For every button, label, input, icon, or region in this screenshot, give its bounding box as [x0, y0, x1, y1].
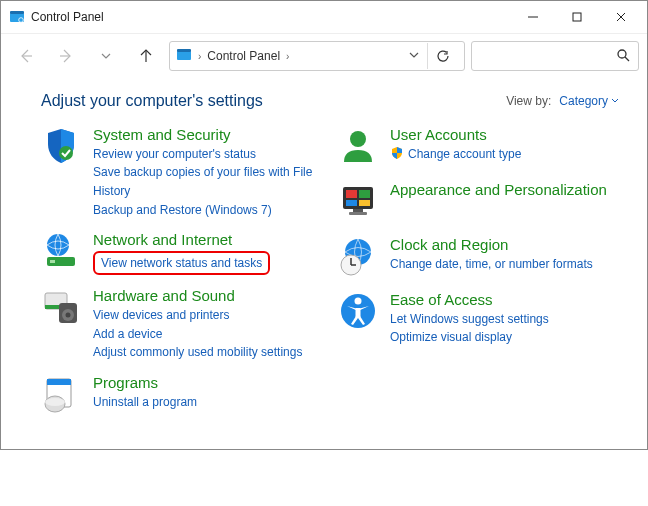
category-user-accounts: User Accounts Change account type	[338, 126, 619, 169]
svg-rect-41	[356, 308, 361, 317]
task-link[interactable]: Backup and Restore (Windows 7)	[93, 201, 322, 220]
task-link[interactable]: Add a device	[93, 325, 302, 344]
svg-rect-11	[177, 49, 191, 52]
breadcrumb[interactable]: Control Panel	[207, 49, 280, 63]
category-appearance-personalization: Appearance and Personalization	[338, 181, 619, 224]
address-dropdown[interactable]	[409, 49, 419, 63]
address-bar[interactable]: › Control Panel ›	[169, 41, 465, 71]
task-link[interactable]: Review your computer's status	[93, 145, 322, 164]
category-hardware-sound: Hardware and Sound View devices and prin…	[41, 287, 322, 362]
left-column: System and Security Review your computer…	[41, 126, 322, 429]
back-button[interactable]	[9, 41, 43, 71]
accessibility-icon	[338, 291, 378, 347]
window-icon	[9, 9, 25, 25]
svg-rect-4	[573, 13, 581, 21]
programs-icon	[41, 374, 81, 417]
search-icon	[616, 48, 630, 65]
task-link[interactable]: Uninstall a program	[93, 393, 197, 412]
network-icon	[41, 231, 81, 275]
svg-point-12	[618, 50, 626, 58]
svg-rect-17	[50, 260, 55, 263]
navbar: › Control Panel ›	[1, 34, 647, 78]
recent-dropdown[interactable]	[89, 41, 123, 71]
svg-point-27	[350, 131, 366, 147]
category-clock-region: Clock and Region Change date, time, or n…	[338, 236, 619, 279]
task-link[interactable]: Change account type	[408, 145, 521, 164]
svg-rect-30	[359, 190, 370, 198]
svg-point-26	[45, 398, 65, 406]
task-link-highlighted[interactable]: View network status and tasks	[93, 251, 270, 276]
svg-point-2	[19, 18, 24, 23]
svg-point-40	[355, 298, 362, 305]
category-link[interactable]: User Accounts	[390, 126, 521, 145]
refresh-button[interactable]	[427, 43, 458, 69]
category-network-internet: Network and Internet View network status…	[41, 231, 322, 275]
window-title: Control Panel	[31, 10, 104, 24]
view-by-label: View by:	[506, 94, 551, 108]
svg-rect-10	[177, 51, 191, 60]
task-link[interactable]: View devices and printers	[93, 306, 302, 325]
svg-rect-32	[359, 200, 370, 206]
hardware-icon	[41, 287, 81, 362]
user-icon	[338, 126, 378, 169]
up-button[interactable]	[129, 41, 163, 71]
category-system-security: System and Security Review your computer…	[41, 126, 322, 219]
category-link[interactable]: Appearance and Personalization	[390, 181, 607, 200]
category-link[interactable]: Ease of Access	[390, 291, 549, 310]
task-link[interactable]: Let Windows suggest settings	[390, 310, 549, 329]
svg-rect-1	[10, 11, 24, 14]
right-column: User Accounts Change account type	[338, 126, 619, 429]
category-link[interactable]: Clock and Region	[390, 236, 593, 255]
forward-button[interactable]	[49, 41, 83, 71]
control-panel-window: Control Panel › C	[0, 0, 648, 450]
svg-rect-29	[346, 190, 357, 198]
svg-rect-24	[47, 379, 71, 385]
address-icon	[176, 47, 192, 66]
task-link[interactable]: Adjust commonly used mobility settings	[93, 343, 302, 362]
view-by-control: View by: Category	[506, 94, 619, 108]
search-input[interactable]	[471, 41, 639, 71]
svg-point-22	[66, 313, 71, 318]
svg-line-13	[625, 57, 629, 61]
svg-rect-31	[346, 200, 357, 206]
content-area: Adjust your computer's settings View by:…	[1, 78, 647, 449]
task-link[interactable]: Change date, time, or number formats	[390, 255, 593, 274]
category-link[interactable]: Network and Internet	[93, 231, 270, 250]
clock-icon	[338, 236, 378, 279]
category-link[interactable]: Hardware and Sound	[93, 287, 302, 306]
chevron-right-icon: ›	[286, 51, 289, 62]
minimize-button[interactable]	[511, 3, 555, 31]
svg-point-15	[47, 234, 69, 256]
personalization-icon	[338, 181, 378, 224]
view-by-dropdown[interactable]: Category	[559, 94, 619, 108]
category-link[interactable]: Programs	[93, 374, 197, 393]
chevron-down-icon	[611, 97, 619, 105]
svg-point-14	[59, 146, 73, 160]
svg-rect-33	[353, 209, 363, 212]
category-link[interactable]: System and Security	[93, 126, 322, 145]
shield-icon	[41, 126, 81, 219]
task-link[interactable]: Optimize visual display	[390, 328, 549, 347]
maximize-button[interactable]	[555, 3, 599, 31]
category-ease-of-access: Ease of Access Let Windows suggest setti…	[338, 291, 619, 347]
page-title: Adjust your computer's settings	[41, 92, 263, 110]
titlebar: Control Panel	[1, 1, 647, 34]
category-programs: Programs Uninstall a program	[41, 374, 322, 417]
task-link[interactable]: Save backup copies of your files with Fi…	[93, 163, 322, 200]
chevron-right-icon: ›	[198, 51, 201, 62]
uac-shield-icon	[390, 146, 404, 163]
close-button[interactable]	[599, 3, 643, 31]
svg-rect-34	[349, 212, 367, 215]
